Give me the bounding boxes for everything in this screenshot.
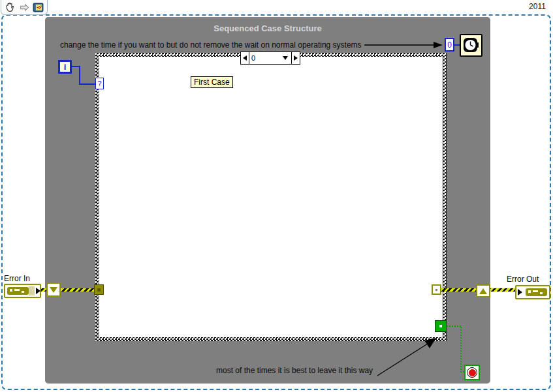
snippet-toolbar xyxy=(1,0,48,15)
case-selector-terminal[interactable]: ? xyxy=(95,78,104,89)
snippet-input-tunnel[interactable] xyxy=(46,282,61,297)
previous-case-button[interactable] xyxy=(241,52,249,64)
first-case-label[interactable]: First Case xyxy=(191,76,233,88)
case-boolean-tunnel[interactable] xyxy=(435,320,447,332)
iteration-wire-v[interactable] xyxy=(79,66,80,85)
error-in-label[interactable]: Error In xyxy=(4,274,30,283)
top-comment-label[interactable]: change the time if you want to but do no… xyxy=(60,40,362,50)
case-left-tunnel[interactable] xyxy=(94,284,104,295)
pan-hand-icon[interactable] xyxy=(5,2,16,13)
next-case-button[interactable] xyxy=(292,52,300,64)
error-out-indicator-terminal[interactable] xyxy=(515,285,550,299)
boolean-wire-v[interactable] xyxy=(460,325,462,372)
labview-snippet-screenshot: 2011 Sequenced Case Structure change the xyxy=(0,0,553,392)
wait-ms-constant[interactable]: 0 xyxy=(445,38,454,52)
iteration-terminal[interactable]: i xyxy=(58,60,72,74)
case-selector-value[interactable]: 0 xyxy=(249,52,292,64)
up-triangle-icon xyxy=(479,288,487,294)
error-out-label[interactable]: Error Out xyxy=(507,275,539,284)
dropdown-arrow-icon[interactable] xyxy=(283,56,288,60)
snippet-output-tunnel[interactable] xyxy=(476,284,490,297)
bottom-comment-arrow xyxy=(372,333,444,380)
error-cluster-glyph xyxy=(7,287,29,295)
right-arrow-icon xyxy=(294,55,298,61)
input-arrow-icon xyxy=(518,289,522,295)
case-structure-diagram xyxy=(99,57,443,337)
down-triangle-icon xyxy=(50,287,57,293)
bottom-comment-label[interactable]: most of the times it is best to leave it… xyxy=(216,366,373,375)
output-arrow-icon xyxy=(36,288,40,294)
iteration-wire-h2[interactable] xyxy=(79,83,96,85)
snippet-title: Sequenced Case Structure xyxy=(45,23,490,33)
case-right-tunnel[interactable] xyxy=(432,284,441,295)
boolean-wire-h1[interactable] xyxy=(447,325,462,327)
terminal-cell xyxy=(29,286,35,295)
left-arrow-icon xyxy=(243,55,247,61)
error-in-control-terminal[interactable] xyxy=(4,284,41,298)
labview-version-label: 2011 xyxy=(525,1,550,12)
stop-button-terminal-icon[interactable] xyxy=(464,365,480,380)
case-selector-text: 0 xyxy=(251,54,255,62)
wait-ms-watch-icon[interactable] xyxy=(460,34,482,57)
top-comment-arrow xyxy=(363,40,444,50)
error-cluster-glyph xyxy=(526,288,547,296)
case-selector: 0 xyxy=(240,52,300,65)
step-arrow-icon[interactable] xyxy=(19,2,30,13)
vi-snippet-icon[interactable] xyxy=(33,2,44,13)
